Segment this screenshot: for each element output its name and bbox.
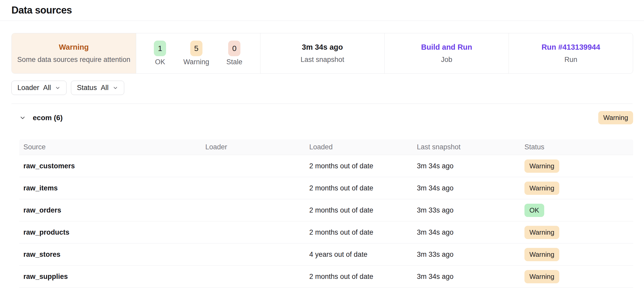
loaded-cell: 2 months out of date: [309, 273, 417, 281]
loaded-cell: 2 months out of date: [309, 162, 417, 170]
chevron-down-icon[interactable]: [19, 114, 26, 121]
column-header-source: Source: [23, 143, 205, 151]
last-snapshot-cell: 3m 33s ago: [417, 251, 524, 259]
filters-bar: Loader All Status All: [11, 81, 633, 95]
group-status-badge: Warning: [598, 111, 633, 124]
page-title: Data sources: [11, 5, 72, 16]
source-name: raw_products: [23, 228, 205, 236]
chevron-down-icon: [55, 85, 61, 91]
count-pill: 0: [228, 41, 240, 56]
overall-status-title: Warning: [59, 43, 89, 52]
group-title: ecom (6): [33, 114, 63, 122]
run-card: Run #413139944 Run: [509, 33, 633, 73]
loaded-cell: 2 months out of date: [309, 184, 417, 192]
overall-status-card: Warning Some data sources require attent…: [12, 33, 136, 73]
status-count: 5 Warning: [183, 41, 209, 66]
status-counts: 1 OK 5 Warning 0 Stale: [154, 41, 242, 66]
status-badge: Warning: [524, 182, 559, 195]
run-label: Run: [564, 56, 577, 64]
status-count: 0 Stale: [226, 41, 242, 66]
loaded-cell: 4 years out of date: [309, 251, 417, 259]
status-badge: Warning: [524, 270, 559, 283]
status-badge: Warning: [524, 159, 559, 173]
table-row[interactable]: raw_products 2 months out of date 3m 34s…: [19, 221, 633, 243]
status-badge: Warning: [524, 226, 559, 239]
table-row[interactable]: raw_customers 2 months out of date 3m 34…: [19, 155, 633, 177]
loader-filter-dropdown[interactable]: Loader All: [11, 81, 67, 95]
source-name: raw_stores: [23, 251, 205, 259]
count-label: Stale: [226, 58, 242, 66]
last-snapshot-cell: 3m 34s ago: [417, 273, 524, 281]
source-name: raw_orders: [23, 206, 205, 214]
table-row[interactable]: raw_stores 4 years out of date 3m 33s ag…: [19, 243, 633, 266]
source-name: raw_customers: [23, 162, 205, 170]
table-row[interactable]: raw_supplies 2 months out of date 3m 34s…: [19, 266, 633, 288]
group-title-wrap: ecom (6): [19, 114, 63, 122]
chevron-down-icon: [113, 85, 118, 91]
loader-filter-label: Loader: [17, 84, 39, 92]
loaded-cell: 2 months out of date: [309, 206, 417, 214]
status-count: 1 OK: [154, 41, 166, 66]
count-pill: 5: [190, 41, 202, 56]
last-snapshot-cell: 3m 34s ago: [417, 184, 524, 192]
status-cell: Warning: [524, 159, 629, 173]
last-snapshot-cell: 3m 33s ago: [417, 206, 524, 214]
loader-filter-value: All: [43, 84, 51, 92]
job-link[interactable]: Build and Run: [421, 43, 472, 52]
last-snapshot-label: Last snapshot: [300, 56, 344, 64]
table-header-row: Source Loader Loaded Last snapshot Statu…: [19, 139, 633, 155]
data-sources-table: Source Loader Loaded Last snapshot Statu…: [19, 139, 633, 288]
last-snapshot-card: 3m 34s ago Last snapshot: [260, 33, 384, 73]
column-header-loader: Loader: [205, 143, 309, 151]
job-label: Job: [441, 56, 452, 64]
job-card: Build and Run Job: [384, 33, 509, 73]
status-cell: Warning: [524, 226, 629, 239]
column-header-loaded: Loaded: [309, 143, 417, 151]
status-cell: Warning: [524, 182, 629, 195]
status-cell: Warning: [524, 248, 629, 261]
status-cell: Warning: [524, 270, 629, 283]
table-row[interactable]: raw_orders 2 months out of date 3m 33s a…: [19, 199, 633, 221]
last-snapshot-cell: 3m 34s ago: [417, 228, 524, 236]
column-header-last-snapshot: Last snapshot: [417, 143, 524, 151]
source-name: raw_supplies: [23, 273, 205, 281]
loaded-cell: 2 months out of date: [309, 228, 417, 236]
overall-status-subtitle: Some data sources require attention: [17, 56, 130, 64]
run-link[interactable]: Run #413139944: [542, 43, 600, 52]
summary-strip: Warning Some data sources require attent…: [11, 33, 633, 74]
count-label: Warning: [183, 58, 209, 66]
source-name: raw_items: [23, 184, 205, 192]
status-badge: Warning: [524, 248, 559, 261]
status-filter-label: Status: [77, 84, 97, 92]
status-cell: OK: [524, 204, 629, 217]
group-header-ecom[interactable]: ecom (6) Warning: [19, 111, 633, 125]
count-label: OK: [155, 58, 165, 66]
datasource-group-section: ecom (6) Warning Source Loader Loaded La…: [19, 104, 633, 288]
table-body: raw_customers 2 months out of date 3m 34…: [19, 155, 633, 288]
last-snapshot-value: 3m 34s ago: [302, 43, 343, 52]
page-header: Data sources: [0, 0, 644, 21]
status-counts-card: 1 OK 5 Warning 0 Stale: [136, 33, 260, 73]
last-snapshot-cell: 3m 34s ago: [417, 162, 524, 170]
status-filter-dropdown[interactable]: Status All: [71, 81, 124, 95]
table-row[interactable]: raw_items 2 months out of date 3m 34s ag…: [19, 177, 633, 199]
status-badge: OK: [524, 204, 544, 217]
status-filter-value: All: [101, 84, 109, 92]
column-header-status: Status: [524, 143, 629, 151]
count-pill: 1: [154, 41, 166, 56]
